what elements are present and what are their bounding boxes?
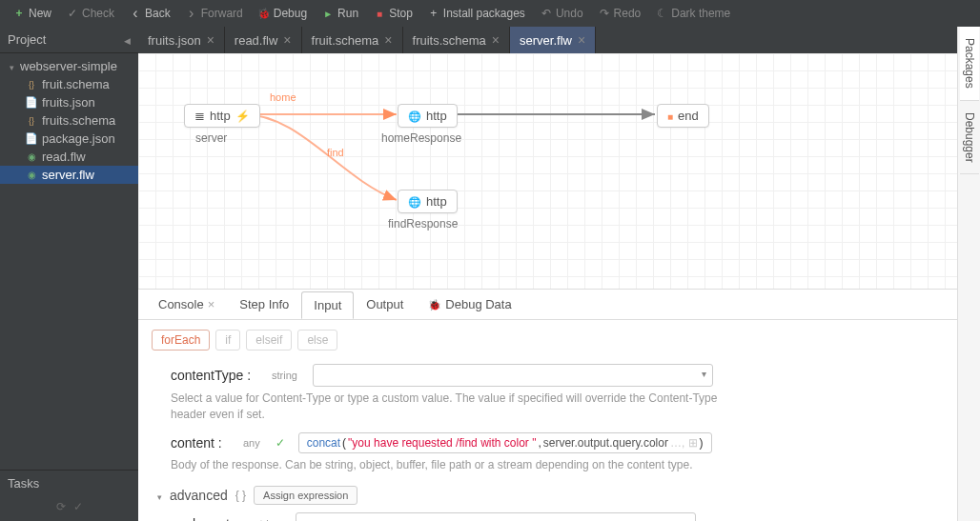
tab-read-flw[interactable]: read.flw <box>225 27 302 53</box>
content-expression[interactable]: concat("you have requested /find with co… <box>298 432 712 453</box>
flow-icon <box>25 169 38 182</box>
row-advanced[interactable]: advanced { } Assign expression <box>157 486 967 505</box>
globe-icon <box>408 194 421 209</box>
chip-elseif[interactable]: elseif <box>246 330 292 351</box>
label-content-type: contentType : <box>171 368 256 383</box>
sidebar: Project webserver-simple fruit.schema fr… <box>0 27 138 521</box>
back-button[interactable]: Back <box>124 5 176 22</box>
close-icon[interactable] <box>283 32 291 48</box>
stop-button[interactable]: Stop <box>368 5 419 22</box>
document-icon <box>25 96 38 110</box>
tab-server-flw[interactable]: server.flw <box>510 27 596 53</box>
json-icon <box>25 114 38 128</box>
type-content: any <box>237 436 266 450</box>
chevron-down-icon <box>157 489 162 503</box>
help-content-type: Select a value for Content-Type or type … <box>171 391 724 423</box>
install-button[interactable]: Install packages <box>422 5 531 22</box>
plus-icon <box>13 8 25 19</box>
help-content: Body of the response. Can be string, obj… <box>171 457 724 473</box>
project-tree: webserver-simple fruit.schema fruits.jso… <box>0 53 138 470</box>
node-caption-server: server <box>195 131 227 145</box>
label-content: content : <box>171 435 228 451</box>
node-home-response[interactable]: http <box>398 104 458 128</box>
content-type-select[interactable] <box>313 364 713 387</box>
theme-button[interactable]: Dark theme <box>650 5 736 22</box>
chip-foreach[interactable]: forEach <box>152 330 210 351</box>
node-caption-find: findResponse <box>388 217 458 230</box>
check-button[interactable]: Check <box>61 5 120 22</box>
node-find-response[interactable]: http <box>398 190 458 213</box>
main-toolbar: New Check Back Forward Debug Run Stop In… <box>0 0 980 27</box>
tab-fruits-schema[interactable]: fruits.schema <box>403 27 511 53</box>
tab-input[interactable]: Input <box>301 291 354 319</box>
edge-label-find: find <box>327 147 344 158</box>
end-icon <box>667 109 673 123</box>
bug-icon <box>428 297 441 311</box>
tab-step-info[interactable]: Step Info <box>227 291 301 318</box>
edges-layer <box>138 53 980 289</box>
tree-file-fruits-json[interactable]: fruits.json <box>0 93 138 111</box>
charset-select[interactable] <box>296 512 696 521</box>
rail-packages[interactable]: Packages <box>960 27 979 101</box>
project-title: Project <box>8 32 46 47</box>
redo-icon <box>599 8 610 19</box>
moon-icon <box>656 8 667 19</box>
tab-fruits-json[interactable]: fruits.json <box>138 27 225 53</box>
node-server[interactable]: ≣http <box>184 104 260 128</box>
chevron-right-icon <box>186 8 197 19</box>
braces-icon: { } <box>235 489 246 502</box>
node-caption-home: homeResponse <box>381 131 461 145</box>
close-icon[interactable] <box>384 32 392 48</box>
debug-button[interactable]: Debug <box>253 5 313 22</box>
close-icon[interactable] <box>492 32 500 48</box>
flow-canvas[interactable]: ≣http server home find http homeResponse… <box>138 53 980 290</box>
row-charset: charset : string <box>186 512 967 521</box>
tree-file-fruit-schema[interactable]: fruit.schema <box>0 75 138 93</box>
chip-if[interactable]: if <box>215 330 240 351</box>
assign-expression-button[interactable]: Assign expression <box>254 486 357 505</box>
tree-root[interactable]: webserver-simple <box>0 57 138 75</box>
chip-else[interactable]: else <box>297 330 337 351</box>
tree-file-read-flw[interactable]: read.flw <box>0 148 138 166</box>
redo-button[interactable]: Redo <box>593 5 647 22</box>
node-end[interactable]: end <box>657 104 709 128</box>
project-panel-header[interactable]: Project <box>0 27 138 53</box>
rail-debugger[interactable]: Debugger <box>960 101 979 175</box>
right-rail: Packages Debugger <box>957 27 980 521</box>
row-content: content : any concat("you have requested… <box>171 432 967 453</box>
tab-debug-data[interactable]: Debug Data <box>416 291 523 318</box>
close-icon[interactable] <box>207 32 214 48</box>
label-charset: charset : <box>186 516 239 521</box>
new-button[interactable]: New <box>8 5 57 22</box>
tab-fruit-schema[interactable]: fruit.schema <box>302 27 403 53</box>
chevron-left-icon <box>130 8 141 19</box>
document-icon <box>25 132 38 146</box>
close-icon[interactable] <box>208 297 215 311</box>
bug-icon <box>258 8 270 19</box>
json-icon <box>25 78 38 91</box>
refresh-icon[interactable]: ⟳ <box>56 500 66 513</box>
undo-button[interactable]: Undo <box>535 5 589 22</box>
tree-file-server-flw[interactable]: server.flw <box>0 166 138 184</box>
tab-console[interactable]: Console <box>146 291 227 318</box>
http-icon: ≣ <box>194 109 205 123</box>
input-panel: forEach if elseif else contentType : str… <box>138 320 980 521</box>
check-all-icon[interactable]: ✓ <box>73 500 83 513</box>
editor-tabs: fruits.json read.flw fruit.schema fruits… <box>138 27 980 53</box>
bolt-icon <box>235 109 250 123</box>
stop-icon <box>374 8 385 19</box>
close-icon[interactable] <box>578 32 585 48</box>
tasks-toolbar: ⟳ ✓ <box>0 496 138 521</box>
tab-output[interactable]: Output <box>354 291 416 318</box>
download-icon <box>428 8 439 19</box>
chevron-down-icon <box>10 59 16 73</box>
collapse-icon[interactable] <box>124 32 131 47</box>
run-button[interactable]: Run <box>316 5 364 22</box>
tree-file-fruits-schema[interactable]: fruits.schema <box>0 111 138 130</box>
editor-area: fruits.json read.flw fruit.schema fruits… <box>138 27 980 521</box>
tasks-panel-header[interactable]: Tasks <box>0 470 138 496</box>
bottom-tabs: Console Step Info Input Output Debug Dat… <box>138 290 980 320</box>
tree-file-package-json[interactable]: package.json <box>0 130 138 148</box>
forward-button[interactable]: Forward <box>180 5 249 22</box>
check-icon <box>67 8 78 19</box>
